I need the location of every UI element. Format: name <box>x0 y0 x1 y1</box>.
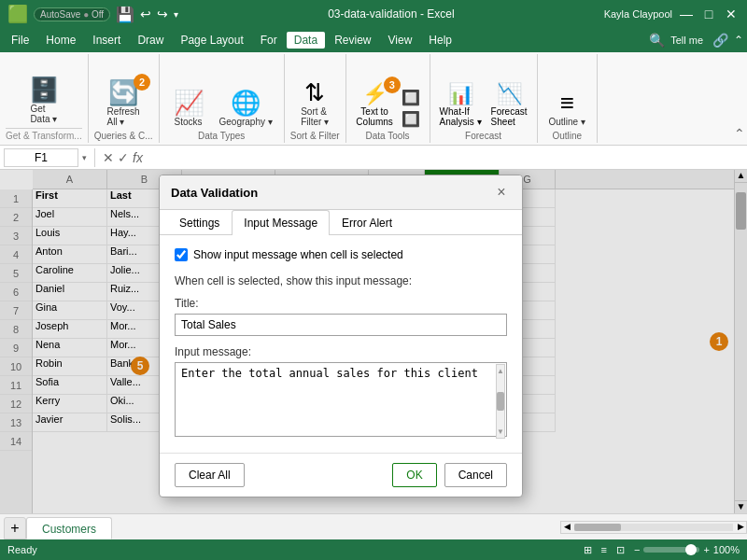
ribbon-group-data-tools: ⚡ Text toColumns 3 🔲 🔲 Data Tools <box>346 54 430 143</box>
get-data-buttons: 🗄️ GetData ▾ <box>21 58 67 126</box>
data-types-buttons: 📈 Stocks 🌐 Geography ▾ <box>165 58 278 129</box>
scroll-left-btn[interactable]: ◀ <box>561 522 572 533</box>
formula-bar: ▾ ✕ ✓ fx <box>0 146 747 170</box>
queries-label: Queries & C... <box>94 131 153 141</box>
dialog-overlay: Data Validation × Settings Input Message… <box>0 170 747 513</box>
sort-filter-label: Sort &Filter ▾ <box>301 106 329 127</box>
name-box-dropdown[interactable]: ▾ <box>82 153 87 162</box>
menu-help[interactable]: Help <box>421 32 459 49</box>
zoom-out-icon[interactable]: − <box>634 544 640 555</box>
close-btn[interactable]: ✕ <box>723 6 740 22</box>
h-scroll-thumb[interactable] <box>574 524 621 531</box>
stocks-button[interactable]: 📈 Stocks <box>165 88 212 129</box>
what-if-icon: 📊 <box>448 82 473 106</box>
save-icon[interactable]: 💾 <box>116 6 134 23</box>
ribbon: 🗄️ GetData ▾ Get & Transform... 🔄 Refres… <box>0 52 747 146</box>
data-tools-label: Data Tools <box>366 131 410 141</box>
text-to-columns-button[interactable]: ⚡ Text toColumns 3 <box>352 80 396 129</box>
content-area: A B C D E F G 1 2 3 4 5 6 7 8 <box>0 170 747 513</box>
title-bar-filename: 03-data-validation - Excel <box>178 7 603 21</box>
ribbon-group-forecast: 📊 What-IfAnalysis ▾ 📉 ForecastSheet Fore… <box>430 54 538 143</box>
menu-view[interactable]: View <box>381 32 420 49</box>
what-if-analysis-button[interactable]: 📊 What-IfAnalysis ▾ <box>436 80 486 129</box>
forecast-sheet-label: ForecastSheet <box>491 106 528 127</box>
clear-all-button[interactable]: Clear All <box>175 463 245 487</box>
refresh-all-button[interactable]: 🔄 RefreshAll ▾ 2 <box>100 77 147 129</box>
sheet-tab-customers[interactable]: Customers <box>26 517 112 539</box>
show-message-label: Show input message when cell is selected <box>193 248 403 261</box>
formula-input[interactable] <box>147 151 743 164</box>
data-types-label: Data Types <box>198 131 245 141</box>
sort-filter-button[interactable]: ⇅ Sort &Filter ▾ <box>291 77 338 129</box>
formula-icons: ✕ ✓ fx <box>103 150 143 165</box>
accept-formula-icon[interactable]: ✓ <box>118 150 129 165</box>
what-if-label: What-IfAnalysis ▾ <box>440 106 482 127</box>
message-field-textarea[interactable]: Enter the total annual sales for this cl… <box>175 362 507 437</box>
redo-icon[interactable]: ↪ <box>157 7 168 21</box>
horizontal-scrollbar[interactable]: ◀ ▶ <box>560 521 747 534</box>
get-transform-label: Get & Transform... <box>6 128 82 141</box>
zoom-in-icon[interactable]: + <box>703 544 709 555</box>
zoom-slider[interactable] <box>643 547 699 553</box>
menu-formulas[interactable]: For <box>253 32 285 49</box>
h-scroll-track <box>574 524 733 531</box>
show-message-checkbox[interactable] <box>175 248 188 261</box>
insert-function-icon[interactable]: fx <box>133 150 143 165</box>
cancel-formula-icon[interactable]: ✕ <box>103 150 114 165</box>
dialog-ok-cancel: OK Cancel <box>392 463 507 487</box>
share-icon[interactable]: 🔗 <box>712 33 728 48</box>
ok-button[interactable]: OK <box>392 463 436 487</box>
collapse-ribbon-btn[interactable]: ⌃ <box>734 126 745 141</box>
autosave-toggle[interactable]: AutoSave ● Off <box>34 7 110 21</box>
zoom-control: − + 100% <box>634 544 740 555</box>
page-break-view-icon[interactable]: ⊡ <box>616 544 625 556</box>
collapse-ribbon-icon[interactable]: ⌃ <box>734 34 743 47</box>
dialog-tab-error-alert[interactable]: Error Alert <box>330 210 404 235</box>
sort-filter-buttons: ⇅ Sort &Filter ▾ <box>291 58 338 129</box>
menu-draw[interactable]: Draw <box>130 32 171 49</box>
forecast-sheet-button[interactable]: 📉 ForecastSheet <box>487 80 531 129</box>
excel-logo-icon: 🟩 <box>7 4 28 24</box>
textarea-scrollbar[interactable]: ▲ ▼ <box>496 364 505 439</box>
get-data-label: GetData ▾ <box>30 104 57 124</box>
dialog-tab-input-message[interactable]: Input Message <box>232 210 330 235</box>
dialog-tabs: Settings Input Message Error Alert <box>160 210 522 235</box>
scroll-right-btn[interactable]: ▶ <box>735 522 746 533</box>
menu-review[interactable]: Review <box>327 32 378 49</box>
text-to-columns-label: Text toColumns <box>356 106 392 127</box>
autosave-label: AutoSave <box>40 9 80 20</box>
restore-btn[interactable]: □ <box>700 6 717 22</box>
add-sheet-button[interactable]: + <box>4 517 26 539</box>
minimize-btn[interactable]: — <box>678 6 695 22</box>
undo-icon[interactable]: ↩ <box>140 7 151 21</box>
menu-page-layout[interactable]: Page Layout <box>173 32 250 49</box>
name-box[interactable] <box>4 148 78 167</box>
menu-insert[interactable]: Insert <box>85 32 128 49</box>
normal-view-icon[interactable]: ⊞ <box>584 544 592 556</box>
title-field-input[interactable] <box>175 314 507 336</box>
tell-me-label[interactable]: Tell me <box>670 35 703 46</box>
stocks-label: Stocks <box>175 117 203 127</box>
dialog-buttons: Clear All OK Cancel <box>160 453 522 497</box>
autosave-off-label: ● <box>83 9 92 20</box>
menu-home[interactable]: Home <box>38 32 83 49</box>
dialog-close-button[interactable]: × <box>492 183 511 202</box>
menu-file[interactable]: File <box>4 32 36 49</box>
consolidate-button[interactable]: 🔲 <box>399 109 423 129</box>
zoom-level: 100% <box>713 544 740 555</box>
get-data-button[interactable]: 🗄️ GetData ▾ <box>21 75 67 126</box>
data-validation-button[interactable]: 🔲 <box>399 88 423 107</box>
title-bar-right: Kayla Claypool — □ ✕ <box>604 6 740 22</box>
cancel-button[interactable]: Cancel <box>444 463 507 487</box>
show-message-checkbox-row: Show input message when cell is selected <box>175 248 507 261</box>
zoom-slider-thumb[interactable] <box>685 544 697 555</box>
menu-data[interactable]: Data <box>287 32 325 49</box>
title-bar: 🟩 AutoSave ● Off 💾 ↩ ↪ ▾ 03-data-validat… <box>0 0 747 28</box>
stocks-icon: 📈 <box>174 90 204 117</box>
search-icon[interactable]: 🔍 <box>649 33 665 48</box>
dialog-tab-settings[interactable]: Settings <box>167 210 232 235</box>
page-layout-view-icon[interactable]: ≡ <box>601 544 607 555</box>
outline-button[interactable]: ≡ Outline ▾ <box>543 88 591 129</box>
sheet-tabs-container: + Customers <box>0 514 560 539</box>
geography-button[interactable]: 🌐 Geography ▾ <box>214 88 278 129</box>
